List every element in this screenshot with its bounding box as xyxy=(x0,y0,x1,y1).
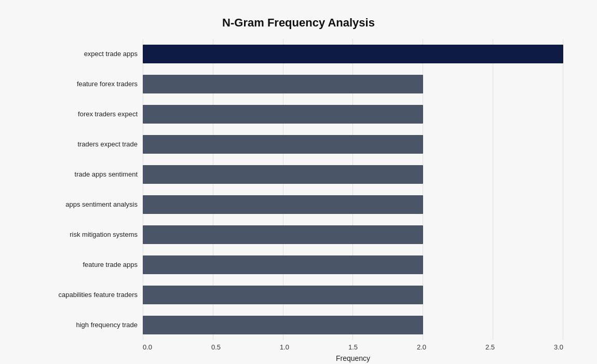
y-labels: expect trade appsfeature forex tradersfo… xyxy=(34,39,143,340)
y-label: risk mitigation systems xyxy=(34,221,138,248)
bar-row xyxy=(143,223,563,246)
y-label: high frequency trade xyxy=(34,312,138,339)
y-label: expect trade apps xyxy=(34,41,138,68)
bar xyxy=(143,286,423,304)
chart-title: N-Gram Frequency Analysis xyxy=(34,16,563,30)
bar xyxy=(143,105,423,124)
bar-row xyxy=(143,133,563,156)
chart-container: N-Gram Frequency Analysis expect trade a… xyxy=(13,6,584,359)
bar xyxy=(143,195,423,214)
x-tick: 3.0 xyxy=(554,343,563,351)
y-label: apps sentiment analysis xyxy=(34,191,138,218)
y-label: feature trade apps xyxy=(34,251,138,278)
y-label: capabilities feature traders xyxy=(34,281,138,308)
y-label: forex traders expect xyxy=(34,101,138,128)
bar xyxy=(143,45,563,63)
bar-row xyxy=(143,163,563,186)
bar-row xyxy=(143,314,563,336)
bar-row xyxy=(143,253,563,276)
x-ticks: 0.00.51.01.52.02.53.0 xyxy=(143,343,563,351)
bar xyxy=(143,316,423,334)
bars-grid xyxy=(143,39,563,340)
x-tick: 1.0 xyxy=(280,343,289,351)
bar xyxy=(143,225,423,244)
x-tick: 2.0 xyxy=(417,343,426,351)
chart-area: expect trade appsfeature forex tradersfo… xyxy=(34,39,563,340)
bar-row xyxy=(143,43,563,65)
bar xyxy=(143,75,423,93)
x-tick: 0.5 xyxy=(211,343,221,351)
x-axis-area: 0.00.51.01.52.02.53.0 Frequency xyxy=(143,343,563,362)
y-label: traders expect trade xyxy=(34,131,138,158)
x-axis-label: Frequency xyxy=(143,354,563,362)
bar-row xyxy=(143,103,563,126)
x-tick: 1.5 xyxy=(348,343,358,351)
bar-row xyxy=(143,193,563,216)
bar xyxy=(143,135,423,154)
bar-row xyxy=(143,73,563,96)
x-tick: 0.0 xyxy=(143,343,152,351)
y-label: feature forex traders xyxy=(34,71,138,98)
bar xyxy=(143,165,423,184)
bar-row xyxy=(143,284,563,306)
x-tick: 2.5 xyxy=(485,343,495,351)
y-label: trade apps sentiment xyxy=(34,161,138,188)
bar xyxy=(143,255,423,274)
